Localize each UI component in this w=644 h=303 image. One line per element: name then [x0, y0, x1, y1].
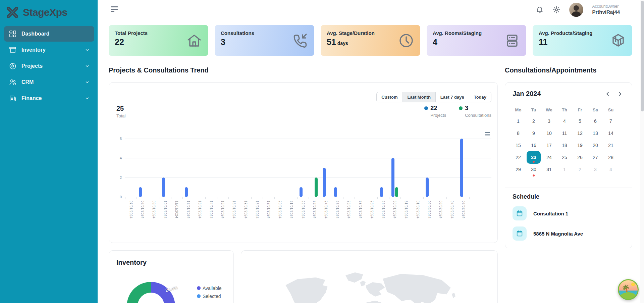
inventory-card: Inventory 26.4% AvailableSelected — [109, 250, 234, 303]
calendar-day-7[interactable]: 7 — [603, 115, 619, 127]
sidebar-item-label: Projects — [21, 63, 43, 69]
calendar-day-3-next-month[interactable]: 3 — [588, 163, 603, 175]
x-axis-tick — [160, 197, 160, 199]
calendar-day-18[interactable]: 18 — [557, 139, 572, 151]
calendar-day-12[interactable]: 12 — [572, 127, 588, 139]
sidebar-item-inventory[interactable]: Inventory — [4, 42, 94, 58]
calendar-day-5[interactable]: 5 — [572, 115, 588, 127]
calendar-day-3[interactable]: 3 — [541, 115, 557, 127]
bar-projects-24/01/2024 — [323, 168, 326, 197]
legend-value: 22 — [430, 105, 446, 112]
sidebar-nav: DashboardInventoryProjectsCRMFinance — [0, 26, 98, 106]
calendar-day-16[interactable]: 16 — [526, 139, 541, 151]
avatar[interactable] — [569, 3, 583, 17]
calendar-day-26[interactable]: 26 — [572, 151, 588, 163]
sidebar-item-finance[interactable]: Finance — [4, 91, 94, 106]
x-axis-label: 04/02/2024 — [446, 201, 458, 218]
calendar-day-1-next-month[interactable]: 1 — [557, 163, 572, 175]
menu-toggle-icon[interactable] — [111, 6, 119, 12]
scrollbar-thumb[interactable] — [641, 1, 644, 111]
range-button-last-7-days[interactable]: Last 7 days — [436, 92, 469, 102]
stat-card-avg-rooms-staging: Avg. Rooms/Staging4 — [427, 25, 526, 56]
gear-icon[interactable] — [552, 6, 560, 14]
x-axis-label: 05/02/2024 — [458, 201, 469, 218]
legend-item-projects[interactable]: 22Projects — [424, 105, 446, 118]
calendar-day-14[interactable]: 14 — [603, 127, 619, 139]
calendar-day-17[interactable]: 17 — [541, 139, 557, 151]
bell-icon[interactable] — [536, 6, 544, 14]
inventory-legend-selected[interactable]: Selected — [197, 294, 222, 299]
x-axis-tick — [469, 197, 470, 199]
x-axis-tick — [332, 197, 332, 199]
gridline — [125, 178, 491, 178]
calendar-day-2[interactable]: 2 — [526, 115, 541, 127]
legend-item-consultations[interactable]: 3Consultations — [459, 105, 491, 118]
calendar-day-10[interactable]: 10 — [541, 127, 557, 139]
x-axis-tick — [240, 197, 240, 199]
inventory-legend-available[interactable]: Available — [197, 286, 222, 291]
calendar-day-11[interactable]: 11 — [557, 127, 572, 139]
x-axis-tick — [148, 197, 148, 199]
x-axis-tick — [251, 197, 252, 199]
sidebar-item-label: CRM — [21, 79, 34, 85]
trend-total-label: Total — [116, 113, 125, 118]
calendar-day-24[interactable]: 24 — [541, 151, 557, 163]
calendar-day-28[interactable]: 28 — [603, 151, 619, 163]
legend-dot — [197, 286, 201, 290]
calendar-prev-icon[interactable] — [605, 91, 610, 97]
trend-chart-card: CustomLast MonthLast 7 daysToday 25 Tota… — [109, 82, 498, 243]
chart-menu-icon[interactable] — [485, 132, 490, 136]
calendar-day-20[interactable]: 20 — [588, 139, 603, 151]
calendar-day-4-next-month[interactable]: 4 — [603, 163, 619, 175]
x-axis-tick — [217, 197, 217, 199]
calendar-day-9[interactable]: 9 — [526, 127, 541, 139]
y-axis-tick-label: 6 — [113, 137, 122, 141]
calendar-next-icon[interactable] — [617, 91, 623, 97]
x-axis-label: 08/01/2024 — [137, 201, 148, 218]
x-axis-label: 17/01/2024 — [240, 201, 251, 218]
calendar-day-1[interactable]: 1 — [511, 115, 526, 127]
inventory-legend: AvailableSelected — [197, 286, 222, 302]
range-button-today[interactable]: Today — [469, 92, 491, 102]
trend-plot-area: 0246 — [125, 139, 491, 197]
world-map — [261, 262, 479, 303]
x-axis-label: 10/01/2024 — [160, 201, 171, 218]
calendar-day-25[interactable]: 25 — [557, 151, 572, 163]
schedule-item[interactable]: 5865 N Magnolia Ave — [513, 226, 583, 241]
range-button-custom[interactable]: Custom — [377, 92, 402, 102]
rooms-icon — [504, 33, 520, 49]
account-username: PrthviRaj44 — [592, 9, 620, 15]
clock-icon — [398, 33, 414, 49]
calendar-day-19[interactable]: 19 — [572, 139, 588, 151]
x-axis-label: 28/01/2024 — [366, 201, 377, 218]
calendar-day-2-next-month[interactable]: 2 — [572, 163, 588, 175]
weekday-label: Th — [557, 105, 572, 115]
calendar-day-22[interactable]: 22 — [511, 151, 526, 163]
sidebar-item-crm[interactable]: CRM — [4, 74, 94, 90]
calendar-day-21[interactable]: 21 — [603, 139, 619, 151]
sidebar-item-dashboard[interactable]: Dashboard — [4, 26, 94, 42]
calendar-day-6[interactable]: 6 — [588, 115, 603, 127]
calendar-day-4[interactable]: 4 — [557, 115, 572, 127]
calendar-day-15[interactable]: 15 — [511, 139, 526, 151]
calendar-day-23[interactable]: 23 — [526, 151, 541, 163]
floating-island-widget-button[interactable]: 🌴 — [618, 279, 639, 300]
range-button-last-month[interactable]: Last Month — [403, 92, 436, 102]
chevron-down-icon — [85, 48, 90, 52]
x-axis-tick — [412, 197, 412, 199]
schedule-item-label: 5865 N Magnolia Ave — [533, 231, 583, 237]
calendar-day-8[interactable]: 8 — [511, 127, 526, 139]
donut-percent-label: 26.4% — [165, 285, 178, 293]
schedule-item[interactable]: Consultation 1 — [513, 206, 568, 221]
x-axis-label: 07/01/2024 — [125, 201, 137, 218]
calendar-day-30[interactable]: 30 — [526, 163, 541, 175]
calendar-day-13[interactable]: 13 — [588, 127, 603, 139]
calendar-day-31[interactable]: 31 — [541, 163, 557, 175]
scrollbar-track — [640, 0, 644, 303]
chevron-down-icon — [85, 96, 90, 101]
calendar-day-29[interactable]: 29 — [511, 163, 526, 175]
sidebar-item-projects[interactable]: Projects — [4, 58, 94, 74]
x-axis-label: 16/01/2024 — [228, 201, 240, 218]
calendar-day-27[interactable]: 27 — [588, 151, 603, 163]
appointments-card: Jan 2024 MoTuWeThFrSaSu12345678910111213… — [505, 82, 632, 248]
